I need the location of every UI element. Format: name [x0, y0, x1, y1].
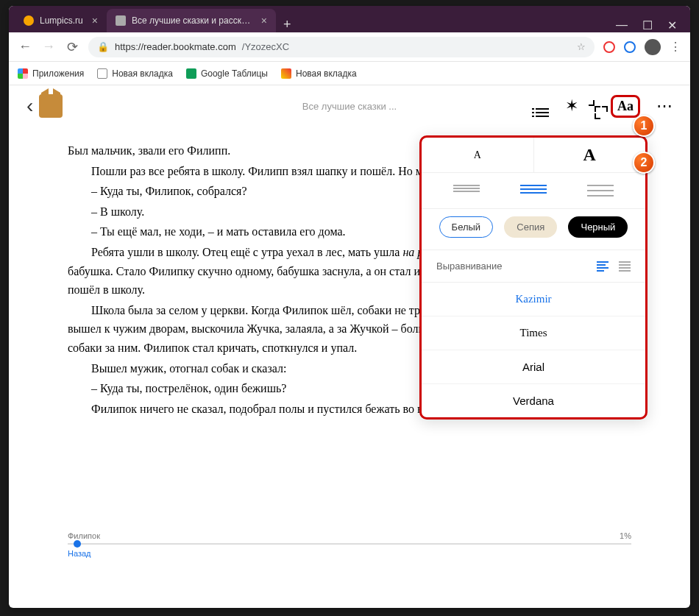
- back-chevron-icon[interactable]: ‹: [26, 94, 33, 118]
- chapter-label: Филипок: [68, 531, 100, 540]
- close-icon[interactable]: ×: [261, 15, 267, 26]
- align-justify[interactable]: [619, 261, 631, 272]
- url-input[interactable]: 🔒 https://reader.bookmate.com/YzozecXC ☆: [88, 37, 595, 57]
- callout-badge-1: 1: [633, 115, 655, 137]
- bookmate-logo[interactable]: [39, 94, 63, 118]
- reader-header: ‹ Все лучшие сказки ... ✶ Aa ⋯: [9, 85, 690, 127]
- reader-page: ‹ Все лучшие сказки ... ✶ Aa ⋯ Был мальч…: [9, 85, 690, 578]
- favicon-lumpics: [24, 15, 34, 26]
- alignment-label: Выравнивание: [436, 261, 502, 272]
- reader-toolbar: ✶ Aa ⋯: [536, 95, 673, 118]
- sheets-icon: [186, 68, 196, 79]
- book-title: Все лучшие сказки ...: [302, 101, 397, 112]
- alignment-row: Выравнивание: [422, 250, 645, 283]
- spacing-tight[interactable]: [452, 185, 481, 197]
- bookmark-newtab2[interactable]: Новая вкладка: [281, 68, 357, 79]
- doc-icon: [97, 68, 107, 79]
- bookmarks-bar: Приложения Новая вкладка Google Таблицы …: [9, 62, 690, 85]
- opera-icon[interactable]: [603, 41, 615, 53]
- font-settings-button[interactable]: Aa: [611, 95, 640, 118]
- forward-button[interactable]: →: [41, 39, 56, 54]
- callout-badge-2: 2: [633, 152, 655, 174]
- star-icon[interactable]: ☆: [577, 41, 586, 52]
- font-settings-popup: A A Белый Сепия Черный Выравнивание Ka: [419, 135, 647, 419]
- apps-button[interactable]: Приложения: [18, 68, 84, 79]
- font-option-arial[interactable]: Arial: [422, 350, 645, 384]
- url-path: /YzozecXC: [242, 41, 289, 52]
- spacing-wide[interactable]: [586, 185, 615, 197]
- progress-percent: 1%: [620, 531, 631, 540]
- bookmark-newtab[interactable]: Новая вкладка: [97, 68, 173, 79]
- bookmark-label: Новая вкладка: [112, 68, 173, 79]
- back-button[interactable]: ←: [18, 39, 32, 54]
- theme-black[interactable]: Черный: [568, 216, 628, 238]
- bookmark-label: Приложения: [32, 68, 84, 79]
- new-tab-button[interactable]: +: [276, 17, 299, 32]
- bookmark-label: Новая вкладка: [296, 68, 357, 79]
- bookmark-sheets[interactable]: Google Таблицы: [186, 68, 268, 79]
- font-size-decrease[interactable]: A: [422, 138, 534, 172]
- font-size-increase[interactable]: A: [534, 138, 646, 172]
- browser-window: Lumpics.ru × Все лучшие сказки и рассказ…: [9, 6, 690, 608]
- align-left[interactable]: [597, 261, 608, 272]
- star-button[interactable]: ✶: [565, 96, 578, 116]
- url-host: https://reader.bookmate.com: [115, 41, 236, 52]
- bookmark-label: Google Таблицы: [201, 68, 268, 79]
- address-bar: ← → ⟳ 🔒 https://reader.bookmate.com/Yzoz…: [9, 32, 690, 62]
- tab-bookmate[interactable]: Все лучшие сказки и рассказы ×: [107, 9, 276, 32]
- menu-icon[interactable]: ⋮: [670, 40, 681, 54]
- line-spacing-row: [422, 173, 645, 209]
- maximize-button[interactable]: ☐: [642, 18, 653, 32]
- theme-sepia[interactable]: Сепия: [504, 216, 557, 238]
- progress-bar: Филипок 1% Назад: [68, 531, 631, 558]
- spacing-normal[interactable]: [519, 185, 548, 197]
- minimize-button[interactable]: —: [616, 18, 628, 32]
- avatar[interactable]: [645, 39, 661, 55]
- font-size-row: A A: [422, 138, 645, 173]
- progress-track[interactable]: [68, 543, 631, 545]
- theme-white[interactable]: Белый: [439, 216, 494, 238]
- favicon-bookmate: [116, 15, 126, 26]
- theme-row: Белый Сепия Черный: [422, 209, 645, 250]
- reload-button[interactable]: ⟳: [65, 39, 79, 55]
- window-controls: — ☐ ✕: [616, 18, 684, 32]
- font-option-kazimir[interactable]: Kazimir: [422, 283, 645, 316]
- more-icon[interactable]: ⋯: [656, 96, 673, 116]
- extension-icons: ⋮: [603, 39, 681, 55]
- lock-icon: 🔒: [97, 41, 109, 52]
- progress-thumb[interactable]: [74, 540, 81, 548]
- font-option-verdana[interactable]: Verdana: [422, 384, 645, 417]
- close-icon[interactable]: ×: [92, 15, 98, 26]
- apps-icon: [18, 68, 28, 79]
- tab-title: Lumpics.ru: [40, 15, 83, 26]
- globe-icon[interactable]: [624, 41, 636, 53]
- tab-title: Все лучшие сказки и рассказы: [132, 15, 252, 26]
- pic-icon: [281, 68, 291, 79]
- close-button[interactable]: ✕: [667, 18, 677, 32]
- tab-strip: Lumpics.ru × Все лучшие сказки и рассказ…: [9, 6, 690, 32]
- font-option-times[interactable]: Times: [422, 316, 645, 350]
- toc-button[interactable]: [536, 95, 549, 117]
- tab-lumpics[interactable]: Lumpics.ru ×: [15, 9, 107, 32]
- back-link[interactable]: Назад: [68, 549, 91, 558]
